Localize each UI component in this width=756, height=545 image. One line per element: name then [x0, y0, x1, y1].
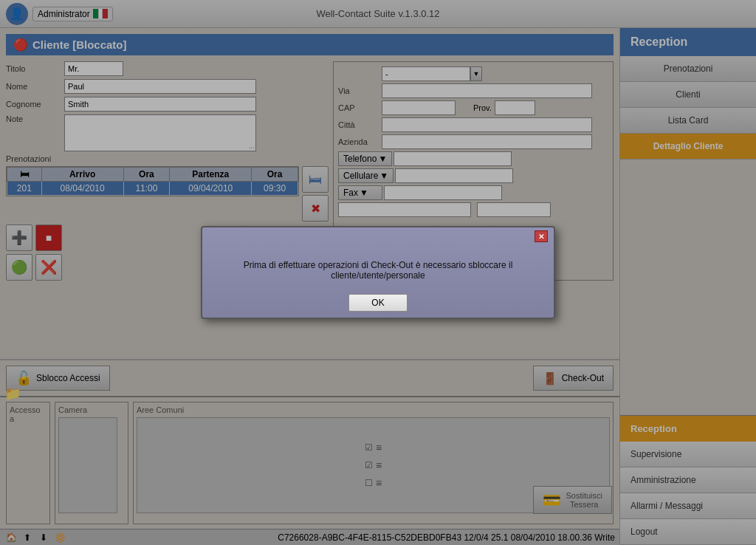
- modal-dialog: ✕ Prima di effettuare operazioni di Chec…: [201, 226, 555, 319]
- modal-body: Prima di effettuare operazioni di Check-…: [202, 245, 554, 288]
- modal-footer: OK: [202, 288, 554, 318]
- modal-ok-button[interactable]: OK: [348, 294, 407, 312]
- modal-message: Prima di effettuare operazioni di Check-…: [244, 260, 513, 281]
- modal-close-button[interactable]: ✕: [535, 230, 548, 242]
- modal-overlay[interactable]: ✕ Prima di effettuare operazioni di Chec…: [0, 0, 756, 545]
- modal-title-bar: ✕: [202, 227, 554, 245]
